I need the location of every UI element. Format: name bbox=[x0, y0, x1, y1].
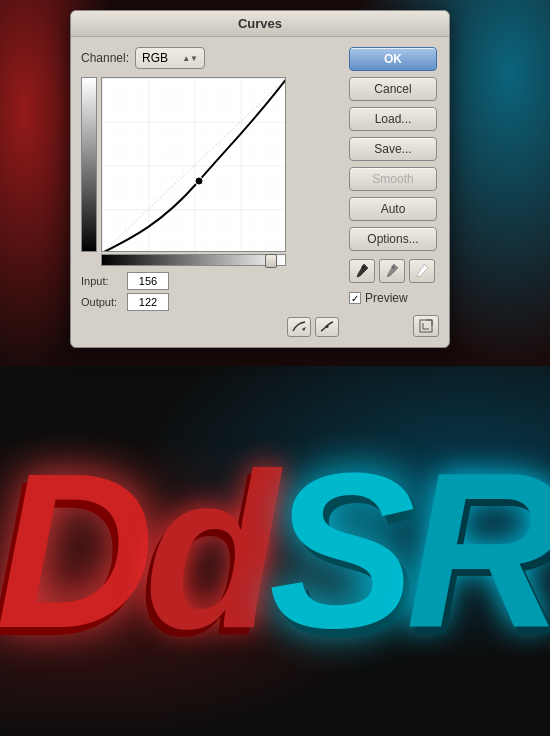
svg-point-7 bbox=[422, 266, 425, 269]
gradient-slider[interactable] bbox=[265, 254, 277, 268]
horizontal-gradient-bar bbox=[101, 254, 286, 266]
save-button[interactable]: Save... bbox=[349, 137, 437, 161]
ok-button[interactable]: OK bbox=[349, 47, 437, 71]
output-field[interactable] bbox=[127, 293, 169, 311]
left-panel: Channel: RGB ▲▼ bbox=[81, 47, 339, 337]
dialog-body: Channel: RGB ▲▼ bbox=[71, 37, 449, 347]
gray-eyedropper-button[interactable] bbox=[379, 259, 405, 283]
bg-letter-D: D bbox=[0, 428, 144, 674]
background-text: DdSR bbox=[0, 366, 550, 736]
channel-select[interactable]: RGB ▲▼ bbox=[135, 47, 205, 69]
cancel-button[interactable]: Cancel bbox=[349, 77, 437, 101]
bg-letters: DdSR bbox=[0, 441, 550, 661]
white-eyedropper-icon bbox=[415, 263, 429, 279]
io-row: Input: Output: bbox=[81, 272, 339, 311]
svg-rect-8 bbox=[420, 320, 432, 332]
eyedropper-row bbox=[349, 259, 439, 283]
input-label: Input: bbox=[81, 275, 123, 287]
curves-canvas-wrapper bbox=[101, 77, 286, 266]
bg-letter-S: S bbox=[269, 428, 406, 674]
load-button[interactable]: Load... bbox=[349, 107, 437, 131]
svg-point-4 bbox=[326, 325, 329, 328]
gray-eyedropper-icon bbox=[385, 263, 399, 279]
white-eyedropper-button[interactable] bbox=[409, 259, 435, 283]
svg-point-6 bbox=[392, 266, 395, 269]
right-panel: OK Cancel Load... Save... Smooth Auto Op… bbox=[349, 47, 439, 337]
smooth-button[interactable]: Smooth bbox=[349, 167, 437, 191]
options-button[interactable]: Options... bbox=[349, 227, 437, 251]
channel-row: Channel: RGB ▲▼ bbox=[81, 47, 339, 69]
preview-checkbox[interactable]: ✓ bbox=[349, 292, 361, 304]
tools-row bbox=[81, 317, 339, 337]
bg-letter-d: d bbox=[144, 428, 268, 674]
preview-label: Preview bbox=[365, 291, 408, 305]
bg-letter-R: R bbox=[406, 428, 550, 674]
svg-rect-1 bbox=[102, 78, 286, 252]
select-arrow-icon: ▲▼ bbox=[182, 54, 198, 63]
input-field-row: Input: bbox=[81, 272, 339, 290]
output-label: Output: bbox=[81, 296, 123, 308]
expand-button[interactable] bbox=[413, 315, 439, 337]
svg-point-5 bbox=[362, 266, 365, 269]
draw-curve-button[interactable] bbox=[287, 317, 311, 337]
curves-dialog: Curves Channel: RGB ▲▼ bbox=[70, 10, 450, 348]
auto-button[interactable]: Auto bbox=[349, 197, 437, 221]
dialog-titlebar: Curves bbox=[71, 11, 449, 37]
preview-row: ✓ Preview bbox=[349, 291, 439, 305]
input-field[interactable] bbox=[127, 272, 169, 290]
svg-point-3 bbox=[195, 177, 203, 185]
channel-value: RGB bbox=[142, 51, 168, 65]
output-field-row: Output: bbox=[81, 293, 339, 311]
curves-svg bbox=[102, 78, 286, 252]
black-eyedropper-icon bbox=[355, 263, 369, 279]
curves-canvas[interactable] bbox=[101, 77, 286, 252]
dialog-title: Curves bbox=[238, 16, 282, 31]
expand-icon bbox=[419, 319, 433, 333]
vertical-gradient-bar bbox=[81, 77, 97, 252]
smooth-curve-button[interactable] bbox=[315, 317, 339, 337]
black-eyedropper-button[interactable] bbox=[349, 259, 375, 283]
curves-container bbox=[81, 77, 339, 266]
pencil-curve-icon bbox=[292, 321, 306, 333]
smooth-curve-icon bbox=[320, 321, 334, 333]
channel-label: Channel: bbox=[81, 51, 129, 65]
